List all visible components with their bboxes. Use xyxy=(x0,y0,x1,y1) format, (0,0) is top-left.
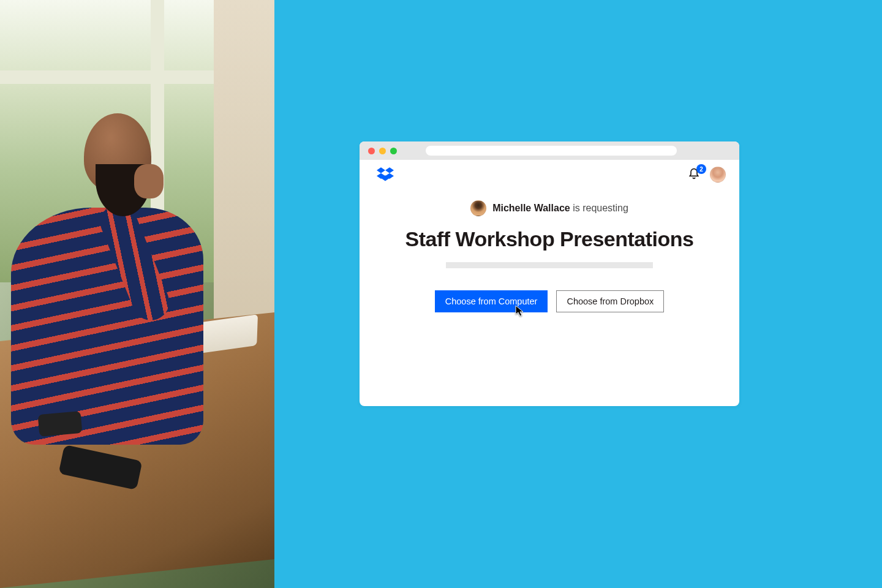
app-header: 2 xyxy=(360,160,739,189)
dropbox-logo-icon[interactable] xyxy=(377,167,394,182)
upload-progress-bar xyxy=(446,262,653,268)
window-maximize-button[interactable] xyxy=(390,148,397,154)
requester-avatar xyxy=(470,200,486,216)
requesting-label: is requesting xyxy=(573,203,628,213)
photo-device xyxy=(37,411,82,437)
user-avatar[interactable] xyxy=(710,167,726,183)
browser-title-bar xyxy=(360,141,739,160)
file-request-panel: Michelle Wallace is requesting Staff Wor… xyxy=(360,200,739,312)
choose-from-computer-button[interactable]: Choose from Computer xyxy=(435,290,548,312)
browser-window: 2 Michelle Wallace is requesting Staff W… xyxy=(360,141,739,406)
requester-line: Michelle Wallace is requesting xyxy=(470,200,628,216)
request-title: Staff Workshop Presentations xyxy=(405,227,694,251)
choose-from-dropbox-button[interactable]: Choose from Dropbox xyxy=(556,290,664,312)
window-minimize-button[interactable] xyxy=(379,148,386,154)
notifications-button[interactable]: 2 xyxy=(688,168,701,181)
window-close-button[interactable] xyxy=(368,148,375,154)
right-panel: 2 Michelle Wallace is requesting Staff W… xyxy=(274,0,882,588)
lifestyle-photo xyxy=(0,0,274,588)
address-bar[interactable] xyxy=(426,146,677,156)
upload-button-row: Choose from Computer Choose from Dropbox xyxy=(435,290,665,312)
requester-name: Michelle Wallace xyxy=(492,203,570,213)
notification-badge: 2 xyxy=(696,164,706,174)
photo-wall xyxy=(214,0,274,323)
